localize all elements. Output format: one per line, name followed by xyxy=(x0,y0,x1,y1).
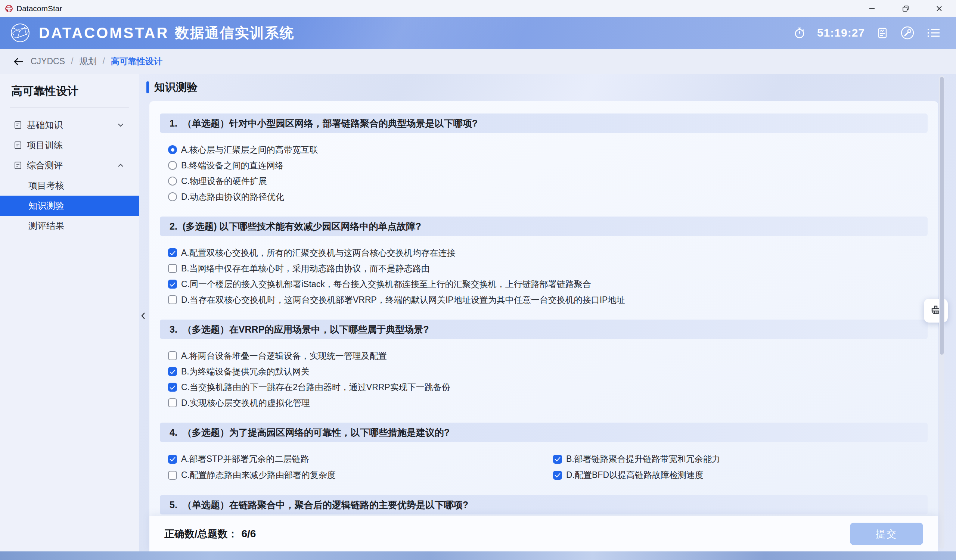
question-text: （单选题）在链路聚合中，聚合后的逻辑链路的主要优势是以下哪项? xyxy=(182,499,468,511)
scrollbar-thumb[interactable] xyxy=(940,77,944,355)
breadcrumb-item[interactable]: 规划 xyxy=(79,56,96,67)
question-number: 4. xyxy=(170,427,178,438)
back-arrow-icon[interactable] xyxy=(13,57,25,66)
option-row[interactable]: C.当交换机路由的下一跳存在2台路由器时，通过VRRP实现下一跳备份 xyxy=(168,379,938,395)
option-label: B.为终端设备提供冗余的默认网关 xyxy=(181,366,310,377)
radio-input[interactable] xyxy=(168,192,177,201)
document-icon xyxy=(13,141,22,150)
option-row[interactable]: C.同一个楼层的接入交换机部署iStack，每台接入交换机都连接至上行的汇聚交换… xyxy=(168,276,938,292)
question-options: A.部署STP并部署冗余的二层链路 B.部署链路聚合提升链路带宽和冗余能力 C.… xyxy=(168,451,938,483)
option-row[interactable]: B.为终端设备提供冗余的默认网关 xyxy=(168,364,938,379)
radio-input[interactable] xyxy=(168,161,177,170)
option-row[interactable]: D.当存在双核心交换机时，这两台交换机部署VRRP，终端的默认网关IP地址设置为… xyxy=(168,292,938,307)
close-button[interactable] xyxy=(922,0,956,17)
restore-button[interactable] xyxy=(889,0,922,17)
minimize-button[interactable] xyxy=(855,0,889,17)
option-row[interactable]: D.动态路由协议的路径优化 xyxy=(168,189,938,205)
checkbox-input[interactable] xyxy=(553,455,562,464)
checkbox-input[interactable] xyxy=(168,264,177,273)
menu-list-icon[interactable] xyxy=(926,27,941,39)
option-row[interactable]: A.将两台设备堆叠一台逻辑设备，实现统一管理及配置 xyxy=(168,348,938,364)
checkbox-input[interactable] xyxy=(168,398,177,407)
sidebar-item-comprehensive-evaluation[interactable]: 综合测评 xyxy=(0,155,139,176)
option-label: C.同一个楼层的接入交换机部署iStack，每台接入交换机都连接至上行的汇聚交换… xyxy=(181,279,591,290)
question-header: 5. （单选题）在链路聚合中，聚合后的逻辑链路的主要优势是以下哪项? xyxy=(160,495,928,515)
sidebar-item-knowledge-quiz[interactable]: 知识测验 xyxy=(0,196,139,216)
breadcrumb-separator: / xyxy=(71,56,73,66)
option-label: C.当交换机路由的下一跳存在2台路由器时，通过VRRP实现下一跳备份 xyxy=(181,381,450,393)
checkbox-input[interactable] xyxy=(168,383,177,392)
checkbox-input[interactable] xyxy=(168,455,177,464)
option-row[interactable]: B.当网络中仅存在单核心时，采用动态路由协议，而不是静态路由 xyxy=(168,260,938,276)
option-label: D.动态路由协议的路径优化 xyxy=(181,191,284,203)
option-row[interactable]: D.配置BFD以提高链路故障检测速度 xyxy=(553,467,938,483)
sidebar-item-project-training[interactable]: 项目训练 xyxy=(0,135,139,155)
option-row[interactable]: A.核心层与汇聚层之间的高带宽互联 xyxy=(168,142,938,158)
app-logo-icon xyxy=(5,4,13,13)
question-header: 2. (多选题) 以下哪些技术能有效减少园区网络中的单点故障? xyxy=(160,216,928,236)
checkbox-input[interactable] xyxy=(168,295,177,304)
quiz-panel: 1. （单选题）针对中小型园区网络，部署链路聚合的典型场景是以下哪项? A.核心… xyxy=(149,101,938,551)
checkbox-input[interactable] xyxy=(553,471,562,480)
app-header: DATACOMSTAR 数据通信实训系统 51:19:27 xyxy=(0,17,956,49)
sidebar-item-label: 项目考核 xyxy=(28,180,64,191)
document-icon xyxy=(13,121,22,130)
option-label: A.配置双核心交换机，所有的汇聚交换机与这两台核心交换机均存在连接 xyxy=(181,247,456,259)
document-icon xyxy=(13,161,22,170)
breadcrumb-item-current: 高可靠性设计 xyxy=(111,56,162,67)
checkbox-input[interactable] xyxy=(168,248,177,257)
option-label: D.实现核心层交换机的虚拟化管理 xyxy=(181,397,310,409)
submit-button[interactable]: 提交 xyxy=(850,523,923,545)
option-label: B.当网络中仅存在单核心时，采用动态路由协议，而不是静态路由 xyxy=(181,263,430,275)
question-header: 3. （多选题）在VRRP的应用场景中，以下哪些属于典型场景? xyxy=(160,320,928,339)
sidebar-item-evaluation-results[interactable]: 测评结果 xyxy=(0,216,139,236)
tools-icon[interactable] xyxy=(900,25,915,40)
section-title-text: 知识测验 xyxy=(154,80,198,95)
option-row[interactable]: B.终端设备之间的直连网络 xyxy=(168,158,938,173)
option-row[interactable]: A.配置双核心交换机，所有的汇聚交换机与这两台核心交换机均存在连接 xyxy=(168,245,938,260)
sidebar-item-label: 综合测评 xyxy=(27,159,63,171)
option-label: C.配置静态路由来减少路由部署的复杂度 xyxy=(181,469,336,481)
sidebar-item-project-assessment[interactable]: 项目考核 xyxy=(0,176,139,196)
breadcrumb-item[interactable]: CJYDCS xyxy=(31,56,65,66)
checkbox-input[interactable] xyxy=(168,471,177,480)
question-options: A.将两台设备堆叠一台逻辑设备，实现统一管理及配置 B.为终端设备提供冗余的默认… xyxy=(168,348,938,411)
sidebar-collapse-button[interactable] xyxy=(138,308,149,323)
question-text: （多选题）为了提高园区网络的可靠性，以下哪些措施是建议的? xyxy=(182,426,450,439)
quiz-footer: 正确数/总题数： 6/6 提交 xyxy=(149,516,938,551)
countdown-timer: 51:19:27 xyxy=(817,27,865,39)
question-text: (多选题) 以下哪些技术能有效减少园区网络中的单点故障? xyxy=(182,220,421,232)
checkbox-input[interactable] xyxy=(168,367,177,376)
option-row[interactable]: B.部署链路聚合提升链路带宽和冗余能力 xyxy=(553,451,938,467)
score-label: 正确数/总题数： xyxy=(164,527,238,541)
sidebar-item-basic-knowledge[interactable]: 基础知识 xyxy=(0,115,139,135)
question-text: （多选题）在VRRP的应用场景中，以下哪些属于典型场景? xyxy=(182,323,429,336)
question-number: 1. xyxy=(170,118,178,129)
breadcrumb: CJYDCS / 规划 / 高可靠性设计 xyxy=(0,49,956,74)
sidebar-item-label: 基础知识 xyxy=(27,119,63,131)
score-value: 6/6 xyxy=(242,528,256,540)
option-row[interactable]: C.配置静态路由来减少路由部署的复杂度 xyxy=(168,467,553,483)
radio-input[interactable] xyxy=(168,177,177,185)
question-number: 5. xyxy=(170,499,178,510)
radio-input[interactable] xyxy=(168,145,177,154)
brand-wordmark: DATACOMSTAR xyxy=(39,25,169,41)
brand-globe-icon xyxy=(10,22,31,43)
option-label: A.部署STP并部署冗余的二层链路 xyxy=(181,453,309,465)
question-number: 3. xyxy=(170,324,178,335)
stopwatch-icon xyxy=(793,27,806,39)
report-icon[interactable] xyxy=(876,27,889,39)
option-label: C.物理设备的硬件扩展 xyxy=(181,176,267,187)
window-controls xyxy=(855,0,956,17)
option-row[interactable]: A.部署STP并部署冗余的二层链路 xyxy=(168,451,553,467)
option-row[interactable]: D.实现核心层交换机的虚拟化管理 xyxy=(168,395,938,411)
sidebar-item-label: 知识测验 xyxy=(28,200,64,212)
option-row[interactable]: C.物理设备的硬件扩展 xyxy=(168,173,938,189)
question-number: 2. xyxy=(170,221,178,232)
checkbox-input[interactable] xyxy=(168,280,177,289)
option-label: A.核心层与汇聚层之间的高带宽互联 xyxy=(181,144,318,156)
checkbox-input[interactable] xyxy=(168,351,177,360)
section-title: 知识测验 xyxy=(146,80,198,95)
window-title: DatacomStar xyxy=(16,4,62,13)
window-titlebar: DatacomStar xyxy=(0,0,956,17)
